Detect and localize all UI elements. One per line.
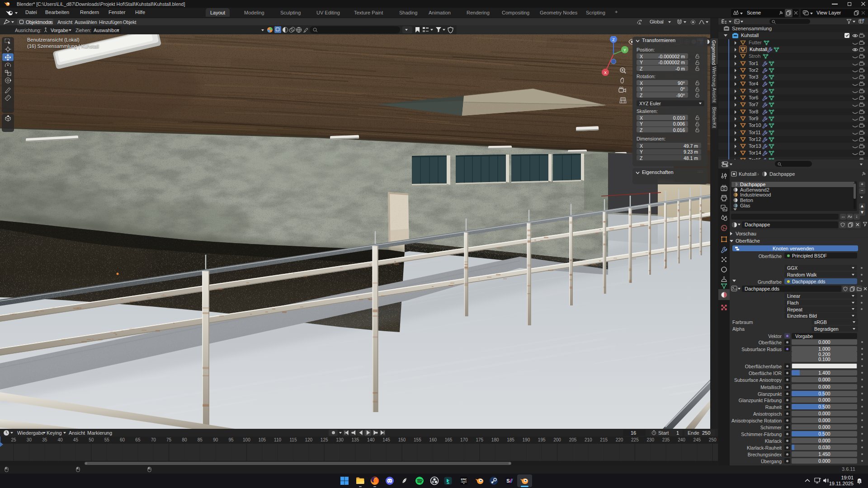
svg-text:230: 230	[646, 437, 654, 442]
svg-text:25: 25	[11, 437, 16, 442]
svg-text:115: 115	[290, 437, 297, 442]
svg-text:200: 200	[553, 437, 561, 442]
svg-text:165: 165	[445, 437, 453, 442]
svg-text:205: 205	[569, 437, 577, 442]
svg-text:70: 70	[151, 437, 156, 442]
svg-text:250: 250	[709, 437, 717, 442]
svg-text:X: X	[604, 70, 607, 75]
svg-text:125: 125	[321, 437, 328, 442]
svg-text:240: 240	[678, 437, 685, 442]
svg-text:65: 65	[135, 437, 141, 442]
svg-text:235: 235	[662, 437, 670, 442]
svg-text:80: 80	[182, 437, 187, 442]
svg-text:180: 180	[491, 437, 499, 442]
svg-text:40: 40	[58, 437, 63, 442]
svg-text:185: 185	[507, 437, 514, 442]
svg-text:170: 170	[460, 437, 468, 442]
svg-text:35: 35	[42, 437, 47, 442]
svg-text:130: 130	[336, 437, 344, 442]
svg-text:210: 210	[585, 437, 592, 442]
svg-text:55: 55	[104, 437, 110, 442]
svg-text:215: 215	[600, 437, 608, 442]
svg-text:110: 110	[274, 437, 281, 442]
svg-text:160: 160	[429, 437, 437, 442]
svg-text:190: 190	[523, 437, 530, 442]
svg-text:60: 60	[120, 437, 125, 442]
svg-text:30: 30	[27, 437, 32, 442]
svg-text:145: 145	[382, 437, 390, 442]
svg-text:155: 155	[414, 437, 421, 442]
svg-text:120: 120	[305, 437, 312, 442]
svg-text:85: 85	[198, 437, 203, 442]
svg-text:GAMES: GAMES	[461, 481, 467, 483]
svg-text:195: 195	[538, 437, 546, 442]
svg-text:135: 135	[352, 437, 359, 442]
svg-text:175: 175	[476, 437, 483, 442]
svg-text:G: G	[859, 480, 861, 483]
svg-text:75: 75	[166, 437, 172, 442]
svg-text:S: S	[506, 478, 509, 483]
svg-text:50: 50	[89, 437, 94, 442]
svg-text:225: 225	[631, 437, 639, 442]
svg-text:105: 105	[258, 437, 266, 442]
svg-text:140: 140	[367, 437, 375, 442]
svg-text:150: 150	[398, 437, 406, 442]
svg-text:Y: Y	[623, 48, 626, 52]
svg-text:EPIC: EPIC	[461, 478, 467, 481]
svg-text:245: 245	[693, 437, 701, 442]
svg-text:45: 45	[73, 437, 79, 442]
svg-text:100: 100	[243, 437, 250, 442]
svg-text:95: 95	[228, 437, 234, 442]
svg-text:220: 220	[616, 437, 623, 442]
svg-text:Z: Z	[612, 38, 615, 42]
svg-text:90: 90	[213, 437, 218, 442]
